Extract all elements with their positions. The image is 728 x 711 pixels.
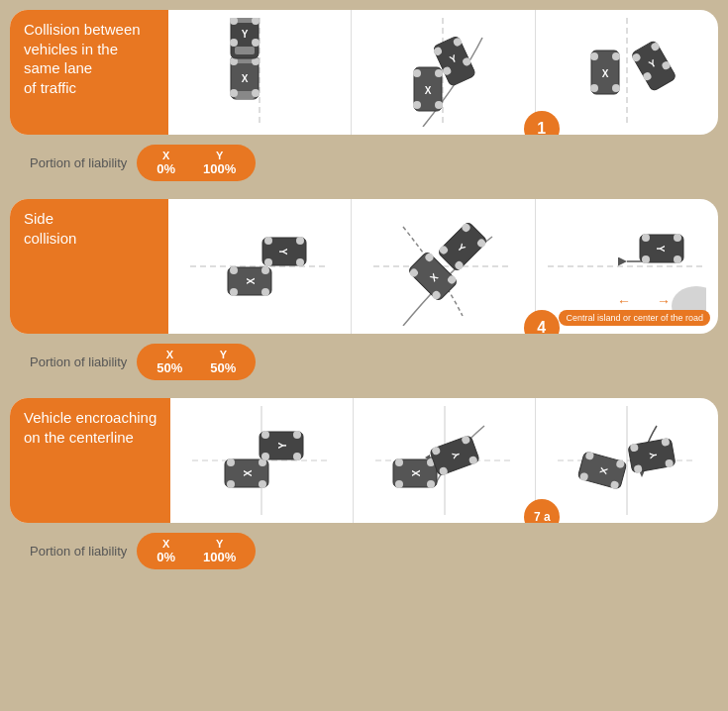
svg-point-45 (230, 288, 238, 296)
scenario-1-liability-row: Portion of liability X 0% Y 100% (10, 139, 718, 181)
svg-point-19 (413, 69, 421, 77)
liability-box-7a: X 0% Y 100% (137, 533, 256, 569)
svg-point-75 (674, 234, 681, 242)
svg-text:Y: Y (277, 249, 288, 255)
scenario-4-liability-row: Portion of liability X 50% Y 50% (10, 338, 718, 380)
svg-point-15 (252, 39, 260, 47)
scenario-7a-panel-2: X Y (353, 398, 536, 523)
liability-label-7a: Portion of liability (30, 544, 127, 559)
scenario-4: Sidecollision X (10, 199, 718, 380)
scenario-1-panel-1: X Y (168, 10, 351, 135)
svg-text:X: X (243, 469, 254, 476)
svg-point-101 (427, 480, 435, 488)
svg-point-78 (642, 255, 650, 263)
svg-text:X: X (601, 68, 608, 79)
svg-point-47 (261, 288, 269, 296)
svg-point-20 (435, 69, 443, 77)
scenario-4-title: Sidecollision (10, 199, 168, 334)
svg-point-21 (413, 101, 421, 109)
number-badge-1: 1 (524, 111, 560, 135)
svg-text:→: → (657, 293, 671, 309)
liability-x-7a: X 0% (156, 538, 175, 564)
liability-box-1: X 0% Y 100% (137, 145, 256, 181)
svg-point-77 (642, 234, 650, 242)
svg-point-7 (252, 89, 260, 97)
svg-point-100 (395, 458, 403, 466)
scenario-7a: Vehicle encroachingon the centerline X (10, 398, 718, 569)
svg-rect-10 (235, 18, 255, 23)
svg-point-35 (612, 84, 620, 92)
scenario-4-card: Sidecollision X (10, 199, 718, 334)
scenario-1-title: Collision betweenvehicles in thesame lan… (10, 10, 168, 135)
svg-point-48 (261, 266, 269, 274)
svg-text:Y: Y (277, 442, 288, 449)
svg-text:←: ← (617, 293, 631, 309)
scenario-1-panel-3: 1 X (535, 10, 718, 135)
svg-point-51 (296, 237, 304, 245)
scenario-4-panel-2: X Y (351, 199, 534, 334)
svg-point-34 (590, 84, 598, 92)
svg-text:Y: Y (655, 246, 666, 253)
liability-label-1: Portion of liability (30, 155, 127, 170)
svg-rect-3 (235, 91, 255, 99)
scenario-7a-panels: X Y (170, 398, 718, 523)
svg-point-52 (296, 258, 304, 266)
scenario-7a-title: Vehicle encroachingon the centerline (10, 398, 170, 523)
svg-point-33 (612, 52, 620, 60)
liability-y-1: Y 100% (203, 150, 236, 176)
scenario-1: Collision betweenvehicles in thesame lan… (10, 10, 718, 181)
scenario-7a-panel-3: 7 a X (535, 398, 718, 523)
liability-y-7a: Y 100% (203, 538, 236, 564)
svg-text:Y: Y (242, 29, 249, 40)
scenario-7a-liability-row: Portion of liability X 0% Y 100% (10, 527, 718, 569)
svg-text:X: X (425, 85, 432, 96)
svg-rect-11 (235, 47, 255, 54)
svg-point-91 (293, 453, 301, 460)
svg-point-32 (590, 52, 598, 60)
svg-point-53 (264, 237, 272, 245)
liability-box-4: X 50% Y 50% (137, 344, 256, 380)
svg-point-92 (293, 431, 301, 439)
scenario-4-note: Central island or center of the road (559, 310, 710, 326)
svg-point-90 (261, 431, 269, 439)
svg-text:X: X (246, 277, 257, 284)
scenario-4-panel-1: X Y (168, 199, 351, 334)
liability-label-4: Portion of liability (30, 355, 127, 369)
liability-x-4: X 50% (156, 349, 182, 375)
scenario-1-card: Collision betweenvehicles in thesame lan… (10, 10, 718, 135)
svg-point-85 (259, 480, 266, 488)
scenario-1-panel-2: X Y (351, 10, 534, 135)
svg-text:X: X (242, 73, 249, 84)
svg-point-99 (395, 480, 403, 488)
svg-point-22 (435, 101, 443, 109)
svg-point-89 (261, 453, 269, 460)
liability-y-4: Y 50% (210, 349, 236, 375)
svg-point-46 (230, 266, 238, 274)
scenario-4-panels: X Y (168, 199, 718, 334)
svg-point-14 (230, 39, 238, 47)
scenario-7a-card: Vehicle encroachingon the centerline X (10, 398, 718, 523)
svg-point-84 (227, 458, 235, 466)
svg-text:X: X (411, 469, 422, 476)
number-badge-7a: 7 a (524, 499, 560, 523)
svg-point-76 (674, 255, 681, 263)
scenario-1-panels: X Y (168, 10, 718, 135)
svg-point-83 (227, 480, 235, 488)
scenario-4-panel-3: 4 Central island or center of the road (535, 199, 718, 334)
svg-point-54 (264, 258, 272, 266)
liability-x-1: X 0% (156, 150, 175, 176)
scenario-7a-panel-1: X Y (170, 398, 353, 523)
svg-point-6 (230, 89, 238, 97)
